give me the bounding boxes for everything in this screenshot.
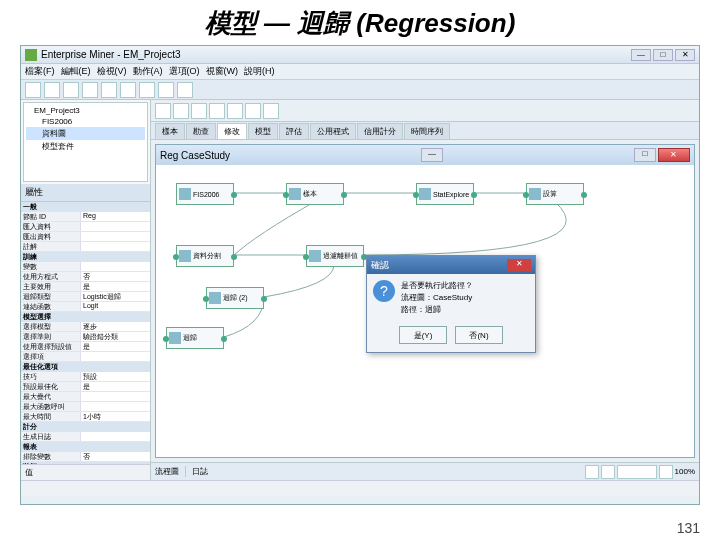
toolbar-btn-6[interactable] [120, 82, 136, 98]
palette-btn[interactable] [263, 103, 279, 119]
node-label: StatExplore [433, 191, 469, 198]
status-label: 流程圖 [155, 466, 179, 477]
palette-btn[interactable] [191, 103, 207, 119]
properties-grid[interactable]: 一般 節點 IDReg 匯入資料 匯出資料 註解 訓練 變數 使用方程式否 主要… [21, 202, 150, 464]
toolbar-btn-2[interactable] [44, 82, 60, 98]
palette-btn[interactable] [173, 103, 189, 119]
toolbar-btn-4[interactable] [82, 82, 98, 98]
prop-label: 生成日誌 [21, 432, 81, 441]
status-log[interactable]: 日誌 [185, 466, 208, 477]
prop-value[interactable] [81, 262, 150, 271]
toolbar-btn-5[interactable] [101, 82, 117, 98]
dialog-line: 流程圖：CaseStudy [401, 292, 473, 304]
node-regression[interactable]: 迴歸 [166, 327, 224, 349]
prop-value[interactable]: 是 [81, 382, 150, 391]
zoom-slider[interactable] [617, 465, 657, 479]
prop-value[interactable]: 否 [81, 272, 150, 281]
menu-action[interactable]: 動作(A) [133, 65, 163, 78]
project-tree[interactable]: EM_Project3 FIS2006 資料圖 模型套件 [23, 102, 148, 182]
prop-value[interactable]: Reg [81, 212, 150, 221]
prop-label: 匯出資料 [21, 232, 81, 241]
prop-value[interactable] [81, 432, 150, 441]
yes-button[interactable]: 是(Y) [399, 326, 447, 344]
node-impute[interactable]: 設算 [526, 183, 584, 205]
menu-help[interactable]: 說明(H) [244, 65, 275, 78]
diagram-minimize[interactable]: — [421, 148, 443, 162]
menu-options[interactable]: 選項(O) [169, 65, 200, 78]
prop-value[interactable] [81, 222, 150, 231]
properties-header: 屬性 [21, 184, 150, 202]
diagram-maximize[interactable]: □ [634, 148, 656, 162]
menu-view[interactable]: 檢視(V) [97, 65, 127, 78]
zoom-fit-icon[interactable] [585, 465, 599, 479]
tab-credit[interactable]: 信用計分 [357, 123, 403, 139]
tab-utility[interactable]: 公用程式 [310, 123, 356, 139]
prop-value[interactable] [81, 392, 150, 401]
prop-value[interactable]: 1小時 [81, 412, 150, 421]
node-statexplore[interactable]: StatExplore [416, 183, 474, 205]
prop-value[interactable]: 是 [81, 342, 150, 351]
tab-model[interactable]: 模型 [248, 123, 278, 139]
tab-explore[interactable]: 勘查 [186, 123, 216, 139]
diagram-canvas[interactable]: FIS2006 樣本 StatExplore 設算 資料分割 過濾離群值 迴歸 … [156, 165, 694, 457]
prop-label: 使用選擇預設值 [21, 342, 81, 351]
zoom-out-icon[interactable] [601, 465, 615, 479]
palette-btn[interactable] [155, 103, 171, 119]
toolbar-btn-1[interactable] [25, 82, 41, 98]
menu-file[interactable]: 檔案(F) [25, 65, 55, 78]
node-filter[interactable]: 過濾離群值 [306, 245, 364, 267]
node-sample[interactable]: 樣本 [286, 183, 344, 205]
tab-assess[interactable]: 評估 [279, 123, 309, 139]
prop-value[interactable]: Logistic迴歸 [81, 292, 150, 301]
dialog-close-button[interactable]: ✕ [507, 259, 531, 271]
palette-btn[interactable] [209, 103, 225, 119]
no-button[interactable]: 否(N) [455, 326, 503, 344]
maximize-button[interactable]: □ [653, 49, 673, 61]
prop-value[interactable]: 否 [81, 452, 150, 461]
prop-value[interactable]: 是 [81, 282, 150, 291]
tree-diagrams[interactable]: 資料圖 [26, 127, 145, 140]
prop-label: 預設最佳化 [21, 382, 81, 391]
dialog-title-text: 確認 [371, 259, 389, 272]
impute-icon [529, 188, 541, 200]
toolbar-btn-9[interactable] [177, 82, 193, 98]
prop-value[interactable]: Logit [81, 302, 150, 311]
menu-edit[interactable]: 編輯(E) [61, 65, 91, 78]
node-regression-2[interactable]: 迴歸 (2) [206, 287, 264, 309]
node-data-source[interactable]: FIS2006 [176, 183, 234, 205]
toolbar-btn-7[interactable] [139, 82, 155, 98]
tab-modify[interactable]: 修改 [217, 123, 247, 139]
zoom-value: 100% [675, 467, 695, 476]
toolbar-btn-8[interactable] [158, 82, 174, 98]
dialog-line: 是否要執行此路徑？ [401, 280, 473, 292]
tab-timeseries[interactable]: 時間序列 [404, 123, 450, 139]
node-label: 樣本 [303, 189, 317, 199]
node-partition[interactable]: 資料分割 [176, 245, 234, 267]
prop-value[interactable]: 驗證錯分類 [81, 332, 150, 341]
diagram-close[interactable]: ✕ [658, 148, 690, 162]
prop-value[interactable] [81, 402, 150, 411]
datasource-icon [179, 188, 191, 200]
toolbar-btn-3[interactable] [63, 82, 79, 98]
prop-value[interactable]: 預設 [81, 372, 150, 381]
prop-value[interactable] [81, 232, 150, 241]
regression-icon [209, 292, 221, 304]
window-title: Enterprise Miner - EM_Project3 [41, 49, 181, 60]
prop-value[interactable] [81, 352, 150, 361]
app-icon [25, 49, 37, 61]
sample-icon [289, 188, 301, 200]
tab-sample[interactable]: 樣本 [155, 123, 185, 139]
zoom-in-icon[interactable] [659, 465, 673, 479]
prop-value[interactable] [81, 242, 150, 251]
minimize-button[interactable]: — [631, 49, 651, 61]
close-button[interactable]: ✕ [675, 49, 695, 61]
prop-value[interactable]: 逐步 [81, 322, 150, 331]
tree-models[interactable]: 模型套件 [26, 140, 145, 153]
palette-btn[interactable] [245, 103, 261, 119]
prop-label: 選擇項 [21, 352, 81, 361]
tree-datasource[interactable]: FIS2006 [26, 116, 145, 127]
palette-btn[interactable] [227, 103, 243, 119]
prop-label: 排除變數 [21, 452, 81, 461]
tree-project[interactable]: EM_Project3 [26, 105, 145, 116]
menu-window[interactable]: 視窗(W) [206, 65, 239, 78]
